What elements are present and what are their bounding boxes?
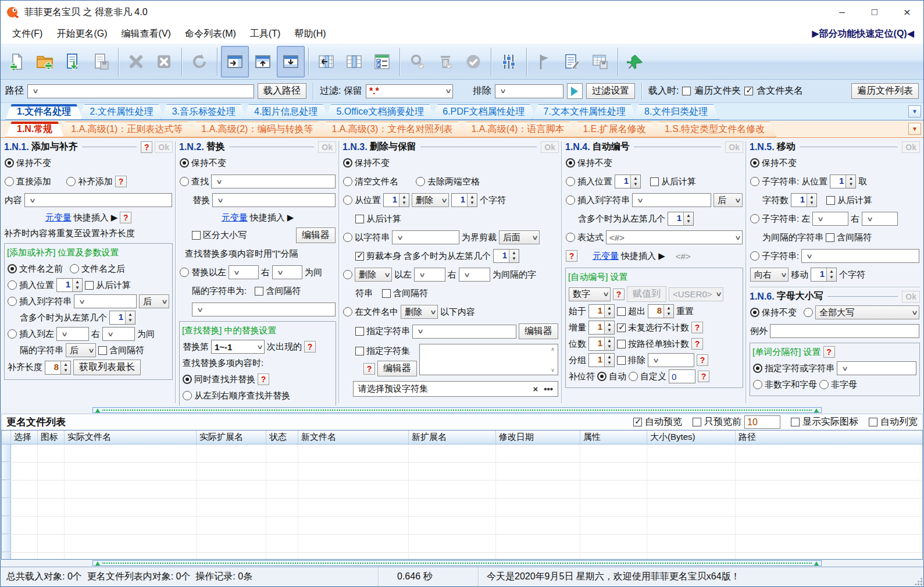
p1-pad-add-radio[interactable] [66, 177, 76, 186]
p2-include-sep-checkbox[interactable] [255, 287, 263, 296]
p4-expression-radio[interactable] [566, 233, 575, 242]
ok-button[interactable]: Ok [902, 291, 920, 303]
spinner-arrows-icon[interactable] [509, 250, 519, 262]
column-header-4[interactable]: 状态 [266, 431, 298, 444]
p1-pad-length-value[interactable]: 8 [45, 361, 60, 374]
p4-increment-spinner[interactable]: 1 [588, 321, 615, 335]
menu-item-3[interactable]: 命令列表(M) [178, 26, 243, 42]
p4-quick-insert-label[interactable]: 快捷插入 ▶ [621, 251, 665, 262]
show-real-icons-checkbox[interactable] [791, 418, 800, 426]
p2-editor-button[interactable]: 编辑器 [296, 227, 336, 243]
filter-settings-button[interactable]: 过滤设置 [586, 83, 635, 99]
pin-window-button[interactable] [622, 46, 650, 77]
p5-from-value[interactable]: 1 [830, 175, 845, 188]
tune-settings-button[interactable] [495, 46, 523, 77]
spinner-arrows-icon[interactable] [845, 175, 855, 188]
p4-assign-to-button[interactable]: 赋值到 [627, 286, 666, 302]
row-header[interactable] [2, 535, 11, 552]
p1-insert-between-radio[interactable] [8, 329, 17, 339]
menu-item-2[interactable]: 编辑查看(V) [115, 26, 178, 42]
edit-log-button[interactable] [558, 46, 586, 77]
p4-multi-value[interactable]: 1 [668, 212, 683, 225]
p1-right-sep-combo[interactable] [102, 327, 135, 341]
row-header[interactable] [2, 553, 11, 559]
column-header-6[interactable]: 新扩展名 [409, 431, 496, 444]
preview-first-checkbox[interactable] [693, 418, 701, 426]
p3-delete-dropdown3[interactable]: 删除 [401, 305, 438, 319]
spinner-arrows-icon[interactable] [663, 305, 673, 318]
main-tab-5[interactable]: 6.PDF文档属性处理 [431, 104, 536, 120]
p3-pos-value[interactable]: 1 [384, 194, 399, 207]
p4-group-spinner[interactable]: 1 [588, 353, 615, 367]
p4-per-path-checkbox[interactable] [617, 340, 626, 348]
panel-splitter[interactable] [338, 141, 340, 403]
p4-auto-radio[interactable] [597, 372, 607, 381]
sub-tab-4[interactable]: 1.A.高级(4)：语言脚本 [459, 122, 576, 137]
import-list-button[interactable] [59, 46, 87, 77]
refresh-button[interactable] [185, 46, 213, 77]
p3-back-dropdown[interactable]: 后面 [499, 230, 540, 244]
sub-tab-3[interactable]: 1.A.高级(3)：文件名对照列表 [320, 122, 464, 137]
toggle-right-panel-button[interactable] [221, 46, 249, 77]
p2-right-sep-combo[interactable] [272, 265, 302, 279]
main-tabs-overflow-button[interactable] [908, 105, 921, 118]
p1-from-end-checkbox[interactable] [85, 281, 94, 290]
p3-cut-self-checkbox[interactable] [355, 252, 364, 261]
column-layout-button[interactable] [340, 46, 368, 77]
column-header-10[interactable]: 路径 [736, 431, 922, 444]
p4-insert-string-radio[interactable] [566, 195, 575, 205]
p5-sub-between-radio[interactable] [750, 214, 759, 223]
column-header-2[interactable]: 实际文件名 [65, 431, 197, 444]
p1-get-longest-button[interactable]: 获取列表最长 [73, 360, 141, 375]
p4-exclude-combo[interactable] [648, 353, 694, 367]
p4-pos-value[interactable]: 1 [615, 175, 630, 188]
p2-nth-combo[interactable]: 1~-1 [211, 340, 265, 354]
column-header-9[interactable]: 大小(Bytes) [647, 431, 736, 444]
main-tab-3[interactable]: 4.图片信息处理 [242, 104, 329, 120]
include-folder-name-checkbox[interactable] [744, 87, 753, 95]
p3-multi-value[interactable]: 1 [494, 250, 509, 262]
p1-meta-variable-link[interactable]: 元变量 [45, 212, 72, 223]
p1-pad-help-button[interactable]: ? [115, 176, 127, 187]
p5-left-sep-combo[interactable] [812, 212, 848, 226]
p1-before-name-radio[interactable] [8, 264, 17, 273]
p2-simultaneous-radio[interactable] [183, 375, 192, 384]
p1-keep-radio[interactable] [5, 158, 14, 168]
sub-tab-6[interactable]: 1.S.特定类型文件名修改 [653, 122, 776, 137]
column-header-5[interactable]: 新文件名 [298, 431, 409, 444]
p1-direct-add-radio[interactable] [5, 177, 14, 186]
p1-quick-help-button[interactable]: ? [120, 212, 131, 223]
ok-button[interactable]: Ok [725, 141, 743, 153]
panel-splitter[interactable] [745, 141, 747, 403]
flag-mark-button[interactable] [530, 46, 558, 77]
sub-tab-5[interactable]: 1.E.扩展名修改 [571, 122, 657, 137]
load-path-button[interactable]: 载入路径 [258, 83, 306, 99]
p4-exceed-checkbox[interactable] [617, 307, 626, 316]
p2-case-sensitive-checkbox[interactable] [192, 231, 201, 240]
p4-start-value[interactable]: 1 [589, 305, 604, 318]
p4-expression-combo[interactable]: <#> [606, 230, 743, 244]
p3-in-name-radio[interactable] [343, 307, 352, 316]
p4-number-help-button[interactable]: ? [613, 289, 625, 300]
move-column-left-button[interactable] [312, 46, 340, 77]
row-header[interactable] [2, 499, 11, 516]
p4-multi-spinner[interactable]: 1 [668, 212, 694, 226]
p3-spec-charset-checkbox[interactable] [355, 347, 364, 355]
menu-item-0[interactable]: 文件(F) [5, 26, 49, 42]
export-table-button[interactable] [586, 46, 614, 77]
ok-button[interactable]: Ok [541, 141, 559, 153]
p4-keep-radio[interactable] [566, 158, 575, 168]
p6-spec-chars-combo[interactable] [837, 361, 916, 375]
p3-preset-charset-picker[interactable]: 请选择预设字符集×••• [353, 381, 558, 397]
main-tab-0[interactable]: 1.文件名处理 [5, 104, 83, 120]
toggle-bottom-panel-button[interactable] [277, 46, 305, 77]
p6-group-help-button[interactable]: ? [823, 346, 835, 358]
p6-keep-radio[interactable] [750, 308, 759, 317]
main-tab-7[interactable]: 8.文件归类处理 [633, 104, 719, 120]
p3-keep-radio[interactable] [343, 158, 352, 168]
p4-exceed-value[interactable]: 8 [648, 305, 663, 318]
minimize-button[interactable]: – [826, 1, 858, 24]
p1-insert-pos-value[interactable]: 1 [57, 279, 72, 291]
p3-spec-string-checkbox[interactable] [355, 327, 364, 336]
p5-from-end-checkbox[interactable] [826, 196, 835, 205]
